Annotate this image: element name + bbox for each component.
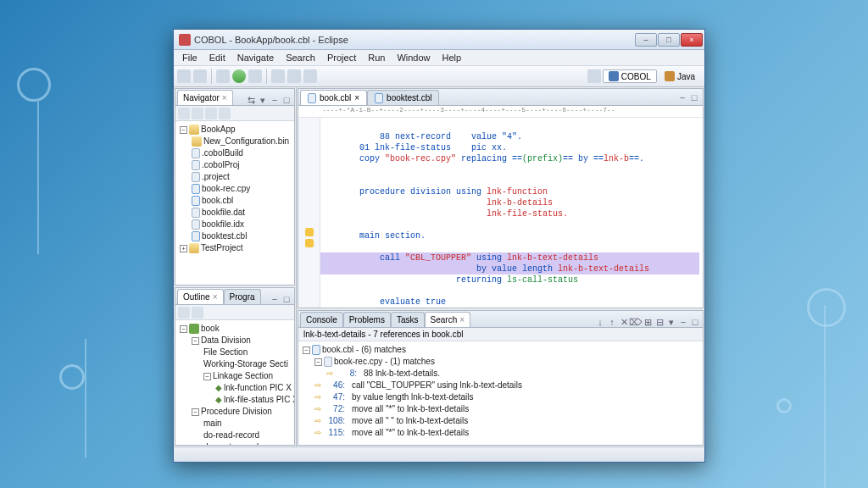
- tree-item[interactable]: book.cbl: [190, 195, 292, 207]
- maximize-icon[interactable]: □: [281, 95, 292, 105]
- expand-all-icon[interactable]: ⊞: [643, 317, 653, 327]
- search-tab[interactable]: Search×: [425, 312, 471, 327]
- filter-button[interactable]: [192, 307, 203, 319]
- close-button[interactable]: ×: [681, 33, 703, 47]
- search-match[interactable]: ⇨72:move all "*" to lnk-b-text-details: [313, 403, 700, 415]
- sort-button[interactable]: [178, 307, 190, 319]
- menu-run[interactable]: Run: [363, 52, 390, 64]
- close-icon[interactable]: ×: [222, 93, 227, 103]
- project-node[interactable]: + TestProject: [178, 242, 292, 254]
- outline-leaf[interactable]: do-read-record: [202, 430, 292, 441]
- warning-marker-icon[interactable]: [305, 239, 314, 247]
- minimize-icon[interactable]: −: [677, 92, 687, 103]
- search-match[interactable]: ⇨46:call "CBL_TOUPPER" using lnk-b-text-…: [313, 380, 700, 391]
- collapse-icon[interactable]: −: [192, 408, 199, 416]
- minimize-button[interactable]: –: [635, 33, 657, 47]
- menu-navigate[interactable]: Navigate: [232, 52, 279, 64]
- prev-match-icon[interactable]: ↑: [607, 317, 617, 327]
- titlebar[interactable]: COBOL - BookApp/book.cbl - Eclipse – □ ×: [174, 30, 704, 50]
- maximize-icon[interactable]: □: [689, 92, 699, 103]
- editor-tab-active[interactable]: book.cbl ×: [300, 90, 367, 105]
- search-match[interactable]: ⇨47:by value length lnk-b-text-details: [313, 391, 700, 403]
- search-match[interactable]: ⇨8:88 lnk-b-text-details.: [325, 368, 700, 380]
- new-button[interactable]: [177, 69, 191, 83]
- tree-item[interactable]: booktest.cbl: [190, 230, 292, 242]
- outline-node[interactable]: −Linkage Section: [202, 370, 292, 382]
- outline-tab[interactable]: Outline ×: [177, 289, 224, 304]
- outline-leaf[interactable]: ◆ lnk-file-status PIC X: [214, 394, 292, 406]
- collapse-icon[interactable]: −: [314, 358, 322, 366]
- close-icon[interactable]: ×: [213, 292, 218, 302]
- program-tab[interactable]: Progra: [224, 289, 261, 304]
- nav-back-button[interactable]: [287, 69, 301, 83]
- link-editor-icon[interactable]: ⇆: [246, 95, 256, 105]
- collapse-icon[interactable]: −: [180, 325, 187, 333]
- collapse-icon[interactable]: −: [303, 347, 310, 354]
- search-match[interactable]: ⇨108:move all " " to lnk-b-text-details: [313, 415, 700, 427]
- remove-all-icon[interactable]: ⌦: [631, 317, 641, 327]
- debug-button[interactable]: [216, 69, 230, 83]
- outline-node[interactable]: −Procedure Division: [190, 406, 292, 418]
- ext-tools-button[interactable]: [248, 69, 262, 83]
- collapse-icon[interactable]: −: [192, 337, 199, 345]
- maximize-button[interactable]: □: [658, 33, 680, 47]
- outline-leaf[interactable]: main: [202, 418, 292, 430]
- editor-tab[interactable]: booktest.cbl: [367, 90, 439, 105]
- tree-item[interactable]: .project: [190, 171, 292, 183]
- search-file-node[interactable]: −book.cbl - (6) matches: [301, 344, 700, 356]
- outline-node[interactable]: Working-Storage Secti: [202, 358, 292, 370]
- back-button[interactable]: [178, 108, 190, 119]
- collapse-all-icon[interactable]: ⊟: [654, 317, 665, 327]
- collapse-icon[interactable]: −: [203, 373, 211, 380]
- next-match-icon[interactable]: ↓: [595, 317, 605, 327]
- remove-match-icon[interactable]: ✕: [619, 317, 629, 327]
- project-node[interactable]: − BookApp: [178, 124, 292, 136]
- outline-leaf[interactable]: ◆ lnk-function PIC X: [214, 382, 292, 394]
- navigator-tab[interactable]: Navigator ×: [177, 90, 233, 105]
- minimize-icon[interactable]: −: [270, 294, 280, 304]
- code-area[interactable]: 88 next-record value "4". 01 lnk-file-st…: [298, 118, 703, 308]
- minimize-icon[interactable]: −: [678, 317, 688, 327]
- console-tab[interactable]: Console: [300, 312, 343, 327]
- close-icon[interactable]: ×: [354, 93, 359, 103]
- up-button[interactable]: [205, 108, 217, 119]
- perspective-java[interactable]: Java: [659, 69, 701, 83]
- maximize-icon[interactable]: □: [690, 317, 700, 327]
- menu-search[interactable]: Search: [281, 52, 320, 64]
- run-button[interactable]: [232, 69, 246, 83]
- save-button[interactable]: [193, 69, 207, 83]
- close-icon[interactable]: ×: [459, 315, 465, 324]
- menu-project[interactable]: Project: [322, 52, 361, 64]
- expand-icon[interactable]: +: [180, 245, 187, 252]
- tree-item[interactable]: bookfile.dat: [190, 207, 292, 219]
- search-file-node[interactable]: −book-rec.cpy - (1) matches: [313, 356, 700, 368]
- outline-leaf[interactable]: do-next-record: [202, 441, 292, 445]
- view-menu-icon[interactable]: ▾: [258, 95, 268, 105]
- search-button[interactable]: [271, 69, 285, 83]
- outline-root[interactable]: −book: [178, 323, 292, 335]
- maximize-icon[interactable]: □: [281, 294, 292, 304]
- tree-item[interactable]: .cobolBuild: [190, 147, 292, 159]
- outline-node[interactable]: File Section: [202, 347, 292, 358]
- problems-tab[interactable]: Problems: [343, 312, 391, 327]
- outline-node[interactable]: −Data Division: [190, 335, 292, 347]
- menu-window[interactable]: Window: [392, 52, 435, 64]
- collapse-button[interactable]: [219, 108, 231, 119]
- open-perspective-button[interactable]: [587, 69, 601, 83]
- tree-item[interactable]: bookfile.idx: [190, 219, 292, 230]
- minimize-icon[interactable]: −: [270, 95, 280, 105]
- tree-item[interactable]: .cobolProj: [190, 159, 292, 171]
- fwd-button[interactable]: [192, 108, 203, 119]
- warning-marker-icon[interactable]: [305, 228, 314, 236]
- search-match[interactable]: ⇨115:move all "*" to lnk-b-text-details: [313, 427, 700, 439]
- menu-file[interactable]: File: [177, 52, 203, 64]
- menu-help[interactable]: Help: [437, 52, 467, 64]
- tree-item[interactable]: book-rec.cpy: [190, 183, 292, 195]
- view-menu-icon[interactable]: ▾: [666, 317, 676, 327]
- tree-item[interactable]: New_Configuration.bin: [190, 136, 292, 147]
- nav-fwd-button[interactable]: [303, 69, 317, 83]
- collapse-icon[interactable]: −: [180, 126, 187, 134]
- perspective-cobol[interactable]: COBOL: [603, 69, 657, 83]
- code-editor[interactable]: ----+-*A-1-B--+----2----+----3----+----4…: [298, 106, 703, 308]
- tasks-tab[interactable]: Tasks: [391, 312, 425, 327]
